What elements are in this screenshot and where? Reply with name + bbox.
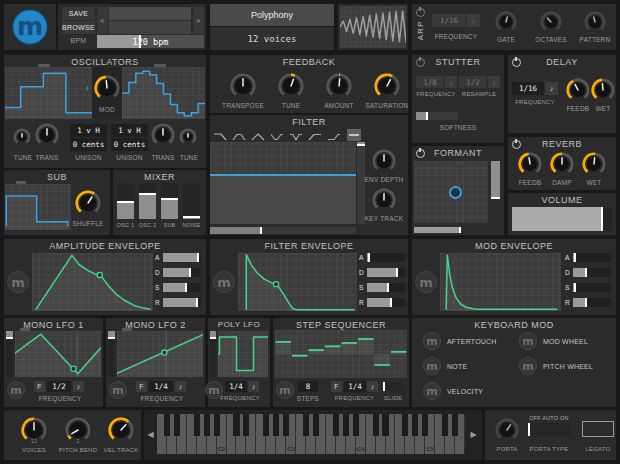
feedback-saturation-knob[interactable]: [374, 73, 400, 99]
poly-lfo-sync-icon[interactable]: ♪: [248, 381, 259, 392]
adsr-slider-R[interactable]: [573, 298, 611, 307]
bpm-slider[interactable]: [97, 35, 204, 48]
piano-key-black[interactable]: [313, 414, 319, 436]
stutter-resample-sync-icon[interactable]: ♪: [488, 76, 500, 88]
piano-key-black[interactable]: [233, 414, 239, 436]
piano-key-black[interactable]: [194, 414, 200, 436]
lfo2-sync-icon[interactable]: ♪: [175, 381, 186, 392]
volume-slider[interactable]: [512, 207, 612, 231]
osc1-unison-voices[interactable]: 1 v H: [70, 124, 107, 137]
slider-handle[interactable]: [574, 283, 576, 292]
filter-env-mod-source-button[interactable]: m: [213, 271, 235, 293]
adsr-slider-A[interactable]: [163, 253, 201, 262]
sub-shuffle-knob[interactable]: [75, 190, 101, 216]
poly-lfo-amp-slider[interactable]: [210, 331, 216, 377]
filter-display[interactable]: [210, 142, 356, 224]
stepseq-slide-slider[interactable]: [383, 382, 403, 391]
arp-pattern-knob[interactable]: [584, 11, 606, 33]
piano-key-black[interactable]: [263, 414, 269, 436]
feedback-tune-knob[interactable]: [278, 73, 304, 99]
mod-env-display[interactable]: [440, 253, 561, 311]
adsr-slider-A[interactable]: [367, 253, 405, 262]
lfo1-amp-slider[interactable]: [6, 331, 13, 377]
mixer-slider-osc2[interactable]: [139, 183, 156, 219]
slider-handle[interactable]: [357, 144, 365, 146]
slider-handle[interactable]: [260, 227, 262, 234]
stutter-softness-slider[interactable]: [416, 112, 458, 120]
filter-style-selected[interactable]: [347, 129, 361, 141]
piano-key-black[interactable]: [422, 414, 428, 436]
reverb-damp-knob[interactable]: [550, 152, 574, 176]
lfo2-amp-slider[interactable]: [108, 331, 115, 377]
slider-handle[interactable]: [459, 227, 461, 233]
keyboard-scroll-left[interactable]: ◀: [145, 426, 156, 442]
adsr-slider-R[interactable]: [163, 298, 201, 307]
delay-wet-knob[interactable]: [591, 78, 615, 102]
stepseq-freq-mode-button[interactable]: F: [331, 381, 342, 392]
slider-handle[interactable]: [383, 382, 385, 391]
stepseq-steps-value[interactable]: 8: [298, 381, 318, 392]
slider-handle[interactable]: [108, 337, 115, 339]
arp-gate-knob[interactable]: [495, 11, 517, 33]
filter-cutoff-slider[interactable]: [210, 227, 356, 234]
reverb-feedback-knob[interactable]: [518, 152, 542, 176]
formant-y-slider[interactable]: [491, 161, 500, 223]
porta-type-selector[interactable]: [527, 423, 571, 436]
legato-button[interactable]: [582, 421, 614, 437]
arp-frequency-value[interactable]: 1/16: [432, 14, 466, 27]
osc2-wave-display[interactable]: [122, 67, 205, 119]
poly-lfo-frequency-value[interactable]: 1/4: [225, 381, 247, 392]
amp-env-mod-source-button[interactable]: m: [7, 271, 29, 293]
piano-key-black[interactable]: [333, 414, 339, 436]
delay-frequency-value[interactable]: 1/16: [512, 82, 544, 95]
piano-key-black[interactable]: [303, 414, 309, 436]
piano-key-black[interactable]: [452, 414, 458, 436]
piano-key-black[interactable]: [373, 414, 379, 436]
arp-octaves-knob[interactable]: [540, 11, 562, 33]
piano-key-black[interactable]: [353, 414, 359, 436]
porta-knob[interactable]: [495, 418, 519, 442]
filter-type-bandstop-icon[interactable]: [288, 129, 305, 141]
piano-key-black[interactable]: [412, 414, 418, 436]
filter-type-notch-icon[interactable]: [269, 129, 286, 141]
filter-env-display[interactable]: [238, 253, 357, 311]
piano-key-black[interactable]: [204, 414, 210, 436]
mixer-slider-sub[interactable]: [161, 183, 178, 219]
vel-track-knob[interactable]: [108, 417, 134, 443]
osc-mod-knob[interactable]: [94, 75, 120, 101]
osc2-tune-knob[interactable]: [179, 128, 197, 146]
formant-x-slider[interactable]: [414, 227, 488, 233]
slider-handle[interactable]: [189, 268, 191, 277]
slider-handle[interactable]: [368, 253, 370, 262]
stepseq-frequency-value[interactable]: 1/4: [344, 381, 366, 392]
piano-key-black[interactable]: [343, 414, 349, 436]
adsr-slider-S[interactable]: [163, 283, 201, 292]
lfo1-sync-icon[interactable]: ♪: [73, 381, 84, 392]
stutter-resample-value[interactable]: 1/2: [459, 76, 487, 88]
slider-handle[interactable]: [528, 423, 530, 436]
lfo1-frequency-value[interactable]: 1/2: [47, 381, 71, 392]
slider-handle[interactable]: [585, 268, 587, 277]
osc1-trans-knob[interactable]: [35, 123, 59, 147]
filter-key-track-knob[interactable]: [372, 188, 396, 212]
piano-key-black[interactable]: [273, 414, 279, 436]
slider-handle[interactable]: [387, 283, 389, 292]
piano-key-black[interactable]: [382, 414, 388, 436]
adsr-slider-A[interactable]: [573, 253, 611, 262]
lfo2-wave-display[interactable]: [117, 331, 203, 377]
slider-handle[interactable]: [426, 112, 428, 120]
filter-type-highpass-icon[interactable]: [307, 129, 324, 141]
patch-name-box[interactable]: [109, 21, 191, 34]
slider-handle[interactable]: [491, 197, 500, 199]
mod-wheel-mod-source-button[interactable]: m: [519, 332, 537, 350]
slider-handle[interactable]: [390, 298, 392, 307]
filter-type-bandpass-icon[interactable]: [231, 129, 248, 141]
slider-handle[interactable]: [601, 207, 603, 231]
lfo2-freq-mode-button[interactable]: F: [136, 381, 147, 392]
velocity-mod-source-button[interactable]: m: [423, 382, 441, 400]
slider-handle[interactable]: [574, 253, 576, 262]
slider-handle[interactable]: [196, 298, 198, 307]
lfo2-frequency-value[interactable]: 1/4: [149, 381, 173, 392]
lfo1-freq-mode-button[interactable]: F: [34, 381, 45, 392]
patch-prev-button[interactable]: <: [97, 7, 108, 34]
